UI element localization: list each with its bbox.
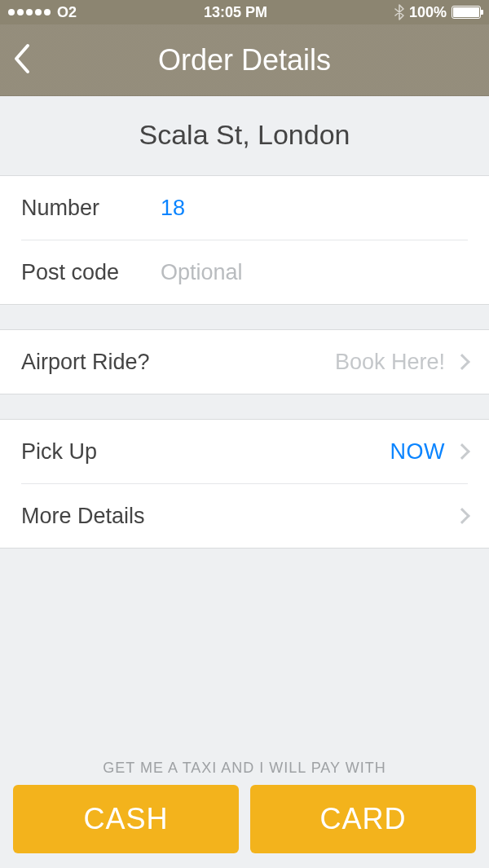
pickup-value: NOW	[390, 439, 445, 465]
signal-dots-icon	[8, 9, 51, 15]
airport-row[interactable]: Airport Ride? Book Here!	[0, 330, 489, 394]
address-block: Scala St, London	[0, 96, 489, 175]
airport-cta: Book Here!	[335, 350, 445, 375]
address-text: Scala St, London	[0, 119, 489, 151]
address-details-section: Number Post code	[0, 175, 489, 305]
pickup-label: Pick Up	[21, 439, 97, 465]
number-label: Number	[21, 196, 156, 221]
postcode-row[interactable]: Post code	[0, 240, 489, 304]
payment-prompt: GET ME A TAXI AND I WILL PAY WITH	[13, 760, 476, 777]
chevron-right-icon	[454, 354, 470, 370]
carrier-label: O2	[57, 4, 77, 21]
more-details-label: More Details	[21, 504, 145, 529]
card-button[interactable]: CARD	[250, 785, 476, 853]
options-section: Pick Up NOW More Details	[0, 419, 489, 549]
airport-label: Airport Ride?	[21, 350, 150, 375]
cash-button[interactable]: CASH	[13, 785, 239, 853]
battery-pct: 100%	[409, 4, 447, 21]
bluetooth-icon	[394, 4, 404, 20]
battery-icon	[452, 6, 481, 19]
footer: GET ME A TAXI AND I WILL PAY WITH CASH C…	[0, 750, 489, 868]
pickup-row[interactable]: Pick Up NOW	[0, 420, 489, 483]
back-button[interactable]	[11, 42, 33, 78]
airport-section: Airport Ride? Book Here!	[0, 329, 489, 394]
postcode-input[interactable]	[156, 260, 468, 285]
more-details-row[interactable]: More Details	[0, 484, 489, 548]
nav-bar: Order Details	[0, 24, 489, 96]
status-bar: O2 13:05 PM 100%	[0, 0, 489, 24]
page-title: Order Details	[158, 43, 331, 77]
clock: 13:05 PM	[204, 4, 267, 21]
chevron-left-icon	[11, 42, 33, 75]
chevron-right-icon	[454, 508, 470, 524]
chevron-right-icon	[454, 443, 470, 460]
number-row[interactable]: Number	[0, 176, 489, 240]
number-input[interactable]	[156, 196, 468, 221]
postcode-label: Post code	[21, 260, 156, 285]
